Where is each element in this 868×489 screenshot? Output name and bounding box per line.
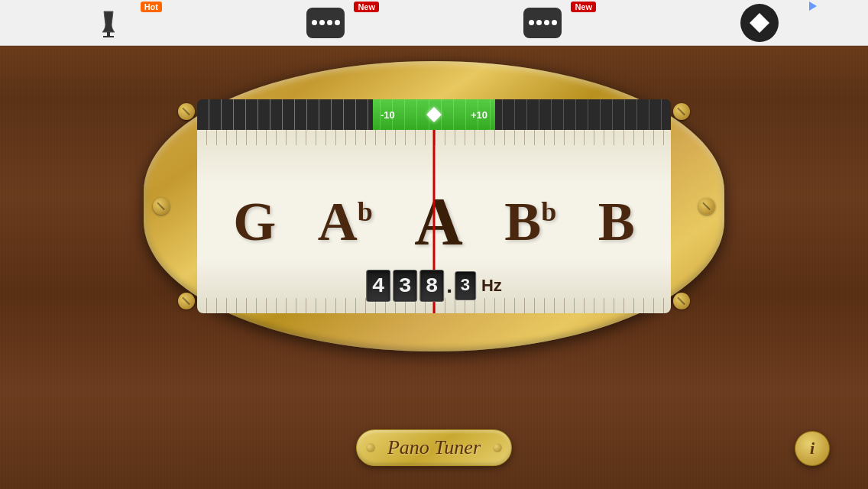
freq-digit-1: 4 [366,270,390,302]
ad-item-2[interactable]: New [264,0,387,46]
note-bb: Bb [504,194,556,249]
screw-mid-right [698,198,715,215]
frequency-display: 4 3 8 . 3 Hz [366,270,502,302]
ad-badge-hot: Hot [141,2,162,12]
dice-dot [319,20,325,25]
screw-bot-right [673,293,690,309]
pitch-ticks-left [197,99,373,130]
pitch-label-plus10: +10 [471,109,487,121]
freq-digit-3: 8 [419,270,444,302]
dice-dot [529,20,534,25]
dice-dot [327,20,332,25]
ad-badge-new-2: New [571,2,596,12]
freq-digit-2: 3 [393,270,417,302]
screw-bot-left [178,293,195,309]
note-display: G Ab A Bb B 4 3 8 [197,130,671,313]
screw-mid-left [153,198,170,215]
tuner-container: -10 +10 G [144,61,724,351]
play-triangle-icon [809,2,817,11]
ad-play-icon [809,2,817,11]
pitch-green-zone: -10 +10 [373,99,495,130]
freq-decimal-digit: 3 [455,271,476,300]
plaque-screw-right [493,443,502,452]
screw-top-right [673,103,690,120]
info-button[interactable]: i [795,431,830,466]
ad-glass-icon [89,8,128,38]
dice-dot [536,20,542,25]
pitch-dark-left [197,99,373,130]
info-icon: i [810,439,815,458]
dice-dot [552,20,557,25]
ad-badge-new-1: New [354,2,379,12]
note-b: B [598,194,635,249]
screw-top-left [178,103,195,120]
app-name-label: Pano Tuner [387,436,481,459]
pitch-diamond-indicator [426,107,442,122]
svg-rect-1 [103,36,114,37]
plaque-screw-left [366,443,375,452]
pitch-label-minus10: -10 [381,109,395,121]
app-name-plaque: Pano Tuner [356,429,512,466]
pitch-dark-right [495,99,671,130]
ad-item-4[interactable] [698,0,821,46]
ad-banner: Hot New New [0,0,868,46]
dice-dot [312,20,317,25]
dice-dot [335,20,340,25]
brass-frame: -10 +10 G [144,61,724,351]
ad-item-3[interactable]: New [481,0,604,46]
main-background: Hot New New [0,0,868,489]
ad-dice-icon-1 [306,8,345,38]
ad-item-1[interactable]: Hot [47,0,170,46]
ad-diamond-icon [740,4,779,42]
note-g: G [233,194,276,249]
note-ab: Ab [318,194,373,249]
freq-unit: Hz [481,276,502,296]
note-a-center: A [414,188,463,255]
freq-decimal-dot: . [446,275,452,296]
pitch-meter: -10 +10 [197,99,671,130]
display-wrapper: -10 +10 G [197,99,671,313]
ad-dice-icon-2 [523,8,562,38]
svg-marker-2 [750,13,769,33]
dice-dot [544,20,549,25]
